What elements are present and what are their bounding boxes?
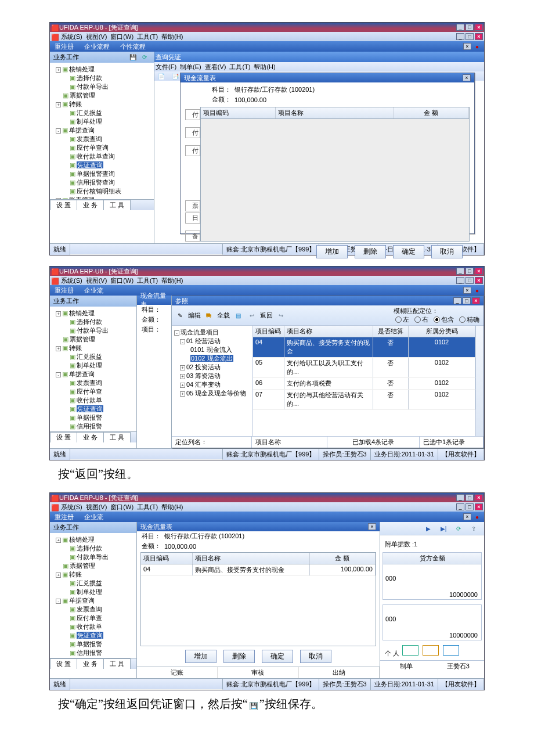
maximize-button[interactable]: □ bbox=[466, 494, 474, 501]
mdi-close-button[interactable]: × bbox=[475, 33, 483, 40]
ref-row-3[interactable]: 07支付的与其他经营活动有关的…否0102 bbox=[253, 390, 475, 410]
tool-loadall[interactable]: 全载 bbox=[217, 311, 230, 320]
tab-tools[interactable]: 工 具 bbox=[103, 432, 131, 442]
bluebar-close-button[interactable]: × bbox=[463, 287, 471, 294]
grid-row-0[interactable]: 04 购买商品、接受劳务支付的现金 100,000.00 bbox=[141, 564, 376, 576]
edit-icon[interactable]: ✎ bbox=[176, 311, 184, 319]
reregister-button[interactable]: 重注册 bbox=[51, 512, 77, 522]
category-tree[interactable]: -现金流量项目 -01 经营活动 0101 现金流入 0102 现金流出 +02… bbox=[172, 326, 253, 436]
tab-business[interactable]: 业 务 bbox=[77, 658, 104, 669]
menu-view[interactable]: 视图(V) bbox=[86, 276, 107, 285]
maximize-button[interactable]: □ bbox=[466, 24, 474, 31]
minimize-button[interactable]: _ bbox=[456, 494, 464, 501]
mdi-close-button[interactable]: × bbox=[475, 503, 483, 510]
menu-window[interactable]: 窗口(W) bbox=[110, 33, 134, 41]
doc-menu-help[interactable]: 帮助(H) bbox=[254, 63, 275, 71]
tab-tools[interactable]: 工 具 bbox=[103, 200, 131, 210]
ok-button[interactable]: 确定 bbox=[393, 245, 424, 258]
grid-body-empty[interactable] bbox=[201, 119, 469, 241]
doc-menu-view[interactable]: 查看(V) bbox=[205, 63, 226, 71]
grid-scrollbar[interactable] bbox=[475, 326, 484, 436]
mdi-maximize-button[interactable]: □ bbox=[466, 503, 474, 510]
doc-menu-file[interactable]: 文件(F) bbox=[156, 63, 176, 71]
menu-system[interactable]: 系统(S) bbox=[61, 503, 82, 512]
add-button[interactable]: 增加 bbox=[316, 245, 348, 258]
doc-menu-make[interactable]: 制单(E) bbox=[180, 63, 201, 71]
mdi-minimize-button[interactable]: _ bbox=[456, 33, 464, 40]
menu-window[interactable]: 窗口(W) bbox=[110, 503, 134, 512]
tab-settings[interactable]: 设 置 bbox=[50, 200, 77, 210]
menu-help[interactable]: 帮助(H) bbox=[161, 276, 183, 285]
filter-icon[interactable]: ▤ bbox=[234, 311, 242, 319]
radio-right[interactable]: 右 bbox=[414, 315, 428, 324]
menu-tools[interactable]: 工具(T) bbox=[137, 33, 158, 41]
nav-tree[interactable]: +▣核销处理 ▣选择付款 ▣付款单导出 ▣票据管理 +▣转账 ▣汇兑损益 ▣制单… bbox=[50, 307, 136, 431]
menu-view[interactable]: 视图(V) bbox=[86, 503, 107, 512]
cancel-button[interactable]: 取消 bbox=[431, 245, 463, 258]
menu-tools[interactable]: 工具(T) bbox=[137, 276, 158, 285]
menu-help[interactable]: 帮助(H) bbox=[161, 33, 183, 41]
tab-settings[interactable]: 设 置 bbox=[50, 658, 77, 669]
close-button[interactable]: × bbox=[475, 24, 483, 31]
tab-settings[interactable]: 设 置 bbox=[50, 432, 77, 442]
refresh-icon[interactable]: ⟳ bbox=[454, 524, 463, 532]
dialog-close-button[interactable]: × bbox=[463, 74, 471, 81]
delete-button[interactable]: 删除 bbox=[223, 650, 255, 663]
cancel-button[interactable]: 取消 bbox=[300, 650, 331, 663]
radio-left[interactable]: 左 bbox=[395, 315, 409, 324]
mdi-maximize-button[interactable]: □ bbox=[466, 33, 474, 40]
ok-button[interactable]: 确定 bbox=[262, 650, 293, 663]
radio-contains[interactable]: 包含 bbox=[434, 315, 454, 324]
nav-last-icon[interactable]: ▶| bbox=[439, 524, 448, 532]
nav-tree[interactable]: +▣核销处理 ▣选择付款 ▣付款单导出 ▣票据管理 +▣转账 ▣汇兑损益 ▣制单… bbox=[50, 533, 136, 658]
add-button[interactable]: 增加 bbox=[185, 650, 217, 663]
loadall-icon[interactable]: ⛟ bbox=[205, 311, 213, 319]
nav-next-icon[interactable]: ▶ bbox=[424, 524, 432, 532]
doc-menu-tool[interactable]: 工具(T) bbox=[229, 63, 250, 71]
dialog-titlebar[interactable]: 现金流量表 × bbox=[181, 73, 474, 82]
nav-tree[interactable]: +▣核销处理 ▣选择付款 ▣付款单导出 ▣票据管理 +▣转账 ▣汇兑损益 ▣制单… bbox=[50, 63, 154, 199]
locate-col[interactable]: 项目名称 bbox=[252, 437, 327, 448]
tab-business[interactable]: 业 务 bbox=[77, 200, 104, 210]
menu-help[interactable]: 帮助(H) bbox=[161, 503, 183, 512]
menu-window[interactable]: 窗口(W) bbox=[110, 276, 134, 285]
ref-close-button[interactable]: × bbox=[472, 297, 480, 304]
ref-row-0[interactable]: 04购买商品、接受劳务支付的现金否0102 bbox=[253, 337, 475, 358]
ref-row-2[interactable]: 06支付的各项税费否0102 bbox=[253, 378, 475, 390]
refresh-icon[interactable]: ⟳ bbox=[140, 53, 149, 62]
ref-grid-body[interactable]: 04购买商品、接受劳务支付的现金否0102 05支付给职工以及为职工支付的…否0… bbox=[253, 337, 475, 410]
cashflow-close-button[interactable]: × bbox=[368, 523, 376, 530]
minimize-button[interactable]: _ bbox=[456, 268, 464, 275]
next-icon[interactable]: ↪ bbox=[277, 311, 285, 319]
close-button[interactable]: × bbox=[475, 494, 483, 501]
bluebar-close-button[interactable]: × bbox=[463, 513, 471, 520]
menu-tools[interactable]: 工具(T) bbox=[137, 503, 158, 512]
bizflow-button[interactable]: 企业流 bbox=[81, 286, 107, 296]
menu-view[interactable]: 视图(V) bbox=[86, 33, 107, 41]
radio-exact[interactable]: 精确 bbox=[459, 315, 479, 324]
menu-system[interactable]: 系统(S) bbox=[61, 276, 82, 285]
minimize-button[interactable]: _ bbox=[456, 24, 464, 31]
tab-tools[interactable]: 工 具 bbox=[103, 658, 131, 669]
close-button[interactable]: × bbox=[475, 268, 483, 275]
toolbar-new-icon[interactable]: 📄 bbox=[157, 72, 165, 80]
delete-button[interactable]: 删除 bbox=[355, 245, 386, 258]
bizflow-button[interactable]: 企业流程 bbox=[81, 42, 113, 52]
tool-edit[interactable]: 编辑 bbox=[188, 311, 201, 320]
personalflow-button[interactable]: 个性流程 bbox=[117, 42, 149, 52]
reregister-button[interactable]: 重注册 bbox=[51, 286, 77, 296]
exit-icon[interactable]: ⇪ bbox=[470, 524, 478, 532]
maximize-button[interactable]: □ bbox=[466, 268, 474, 275]
back-icon[interactable]: ↩ bbox=[248, 311, 256, 319]
mdi-maximize-button[interactable]: □ bbox=[466, 277, 474, 284]
bizflow-button[interactable]: 企业流 bbox=[81, 512, 107, 522]
menu-system[interactable]: 系统(S) bbox=[61, 33, 82, 41]
tab-business[interactable]: 业 务 bbox=[77, 432, 104, 442]
mdi-minimize-button[interactable]: _ bbox=[456, 503, 464, 510]
mdi-minimize-button[interactable]: _ bbox=[456, 277, 464, 284]
tool-back[interactable]: 返回 bbox=[260, 311, 273, 320]
ref-row-1[interactable]: 05支付给职工以及为职工支付的…否0102 bbox=[253, 358, 475, 378]
ref-max-button[interactable]: □ bbox=[463, 297, 471, 304]
toolbar-print-icon[interactable]: 📑 bbox=[171, 72, 179, 80]
reregister-button[interactable]: 重注册 bbox=[51, 42, 77, 52]
